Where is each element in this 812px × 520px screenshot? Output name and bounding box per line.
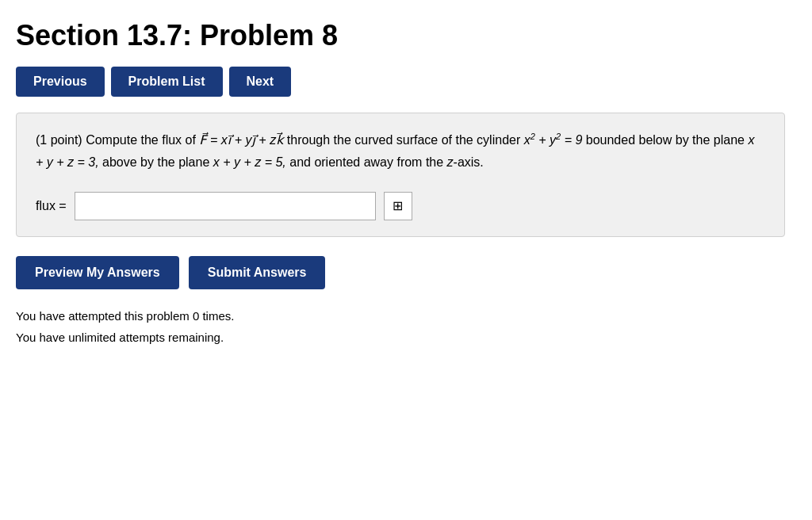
page-title: Section 13.7: Problem 8 — [16, 19, 796, 52]
nav-buttons: Previous Problem List Next — [16, 67, 796, 97]
preview-button[interactable]: Preview My Answers — [16, 256, 179, 289]
submit-button[interactable]: Submit Answers — [189, 256, 326, 289]
attempts-line1: You have attempted this problem 0 times. — [16, 305, 796, 327]
math-plane-above: x + y + z = 5, — [213, 155, 290, 169]
math-F: F⃗ = xi⃗ + yj⃗ + zk⃗ — [199, 133, 287, 147]
attempts-line2: You have unlimited attempts remaining. — [16, 327, 796, 348]
action-buttons: Preview My Answers Submit Answers — [16, 256, 796, 289]
attempts-section: You have attempted this problem 0 times.… — [16, 305, 796, 348]
matrix-button[interactable]: ⊞ — [384, 192, 412, 220]
next-button[interactable]: Next — [229, 67, 292, 97]
math-plane-below: x + y + z = 3, — [36, 133, 754, 168]
previous-button[interactable]: Previous — [16, 67, 105, 97]
flux-row: flux = ⊞ — [36, 192, 765, 220]
matrix-icon: ⊞ — [393, 198, 403, 213]
problem-points: (1 point) Compute the flux of F⃗ = xi⃗ +… — [36, 133, 754, 168]
flux-label: flux = — [36, 199, 67, 213]
math-cylinder: x2 + y2 = 9 — [524, 133, 586, 147]
problem-list-button[interactable]: Problem List — [111, 67, 223, 97]
problem-box: (1 point) Compute the flux of F⃗ = xi⃗ +… — [16, 113, 785, 237]
flux-input[interactable] — [75, 192, 376, 220]
problem-text: (1 point) Compute the flux of F⃗ = xi⃗ +… — [36, 129, 765, 173]
